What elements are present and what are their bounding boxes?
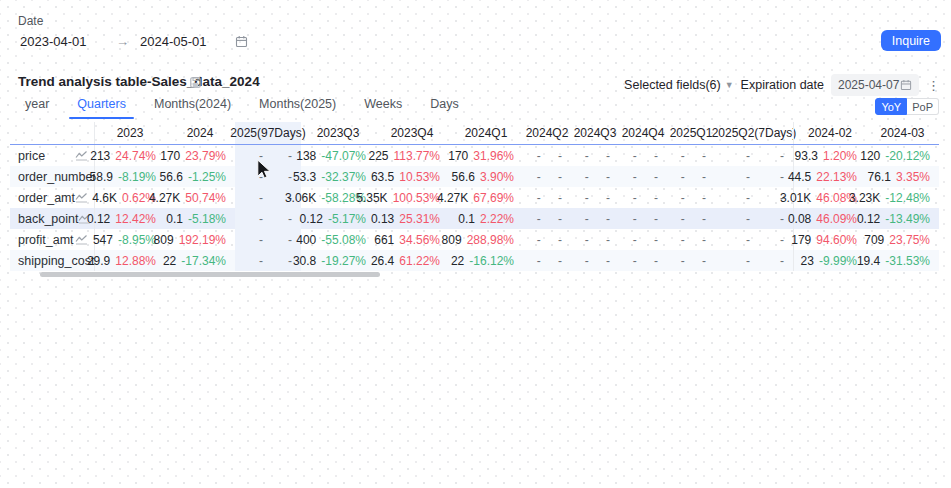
value-cell[interactable]: -- <box>523 166 571 187</box>
end-date-value[interactable]: 2024-05-01 <box>140 34 235 49</box>
value-cell[interactable]: -- <box>619 187 667 208</box>
value-cell[interactable]: -- <box>235 166 301 187</box>
column-header[interactable]: 2023Q4 <box>375 122 449 144</box>
tab-months-2025-[interactable]: Months(2025) <box>259 97 336 119</box>
calendar-icon[interactable] <box>235 35 248 48</box>
value-cell[interactable]: 0.1-5.18% <box>165 208 235 229</box>
value-cell[interactable]: -- <box>523 187 571 208</box>
column-header[interactable]: 2024Q3 <box>571 122 619 144</box>
column-header[interactable]: 2024 <box>165 122 235 144</box>
value-cell[interactable]: 70923.75% <box>866 229 939 250</box>
value-cell[interactable]: -- <box>235 229 301 250</box>
date-range-picker[interactable]: 2023-04-01 → 2024-05-01 <box>20 32 248 50</box>
value-cell[interactable]: 0.12-13.49% <box>866 208 939 229</box>
value-cell[interactable]: 63.510.53% <box>375 166 449 187</box>
value-cell[interactable]: -- <box>619 229 667 250</box>
tab-days[interactable]: Days <box>430 97 458 119</box>
column-header[interactable]: 2023 <box>95 122 165 144</box>
value-cell[interactable]: -- <box>667 187 715 208</box>
value-cell[interactable]: -- <box>715 250 793 271</box>
value-cell[interactable]: -- <box>667 208 715 229</box>
more-options-icon[interactable]: ⋮ <box>926 77 941 94</box>
value-cell[interactable]: 26.461.22% <box>375 250 449 271</box>
value-cell[interactable]: 29.912.88% <box>95 250 165 271</box>
column-header[interactable]: 2024-03 <box>866 122 939 144</box>
column-header[interactable]: 2024Q2 <box>523 122 571 144</box>
value-cell[interactable]: -- <box>619 166 667 187</box>
trend-chart-icon[interactable] <box>75 192 88 203</box>
toggle-pop[interactable]: PoP <box>907 98 939 115</box>
value-cell[interactable]: 0.1212.42% <box>95 208 165 229</box>
value-cell[interactable]: -- <box>571 208 619 229</box>
value-cell[interactable]: 56.6-1.25% <box>165 166 235 187</box>
value-cell[interactable]: 56.63.90% <box>449 166 523 187</box>
value-cell[interactable]: -- <box>619 145 667 166</box>
value-cell[interactable]: -- <box>523 229 571 250</box>
value-cell[interactable]: 53.3-32.37% <box>301 166 375 187</box>
value-cell[interactable]: 400-55.08% <box>301 229 375 250</box>
value-cell[interactable]: 76.13.35% <box>866 166 939 187</box>
column-header[interactable]: 2024Q1 <box>449 122 523 144</box>
value-cell[interactable]: 66134.56% <box>375 229 449 250</box>
value-cell[interactable]: 3.23K-12.48% <box>866 187 939 208</box>
value-cell[interactable]: -- <box>523 250 571 271</box>
value-cell[interactable]: 120-20.12% <box>866 145 939 166</box>
value-cell[interactable]: 4.27K67.69% <box>449 187 523 208</box>
tab-year[interactable]: year <box>25 97 49 119</box>
trend-chart-icon[interactable] <box>75 234 88 245</box>
save-icon[interactable] <box>190 77 201 88</box>
horizontal-scrollbar[interactable] <box>40 272 380 277</box>
value-cell[interactable]: 30.8-19.27% <box>301 250 375 271</box>
value-cell[interactable]: 17994.60% <box>793 229 866 250</box>
toggle-yoy[interactable]: YoY <box>875 98 907 115</box>
value-cell[interactable]: 225113.77% <box>375 145 449 166</box>
value-cell[interactable]: -- <box>571 145 619 166</box>
value-cell[interactable]: 4.27K50.74% <box>165 187 235 208</box>
value-cell[interactable]: -- <box>619 250 667 271</box>
value-cell[interactable]: -- <box>523 145 571 166</box>
tab-weeks[interactable]: Weeks <box>364 97 402 119</box>
value-cell[interactable]: -- <box>571 229 619 250</box>
value-cell[interactable]: 44.522.13% <box>793 166 866 187</box>
value-cell[interactable]: 93.31.20% <box>793 145 866 166</box>
value-cell[interactable]: 21324.74% <box>95 145 165 166</box>
value-cell[interactable]: -- <box>715 166 793 187</box>
value-cell[interactable]: -- <box>235 250 301 271</box>
value-cell[interactable]: 0.12-5.17% <box>301 208 375 229</box>
value-cell[interactable]: 23-9.99% <box>793 250 866 271</box>
value-cell[interactable]: -- <box>235 145 301 166</box>
value-cell[interactable]: -- <box>667 166 715 187</box>
column-header[interactable]: 2025Q1 <box>667 122 715 144</box>
value-cell[interactable]: 22-17.34% <box>165 250 235 271</box>
column-header[interactable]: 2024Q4 <box>619 122 667 144</box>
value-cell[interactable]: 19.4-31.53% <box>866 250 939 271</box>
value-cell[interactable]: -- <box>715 208 793 229</box>
value-cell[interactable]: 138-47.07% <box>301 145 375 166</box>
value-cell[interactable]: -- <box>715 229 793 250</box>
value-cell[interactable]: 58.9-8.19% <box>95 166 165 187</box>
start-date-value[interactable]: 2023-04-01 <box>20 34 116 49</box>
column-header[interactable]: 2025(97Days) <box>235 122 301 144</box>
value-cell[interactable]: -- <box>619 208 667 229</box>
value-cell[interactable]: -- <box>571 250 619 271</box>
value-cell[interactable]: -- <box>523 208 571 229</box>
value-cell[interactable]: 17023.79% <box>165 145 235 166</box>
selected-fields-dropdown[interactable]: Selected fields(6) ▼ <box>624 78 734 92</box>
expiration-date-picker[interactable]: 2025-04-07 <box>831 74 919 96</box>
column-header[interactable]: 2024-02 <box>793 122 866 144</box>
tab-quarters[interactable]: Quarters <box>77 97 126 119</box>
value-cell[interactable]: -- <box>571 187 619 208</box>
column-header[interactable]: 2023Q3 <box>301 122 375 144</box>
tab-months-2024-[interactable]: Months(2024) <box>154 97 231 119</box>
value-cell[interactable]: 0.0846.09% <box>793 208 866 229</box>
value-cell[interactable]: 17031.96% <box>449 145 523 166</box>
inquire-button[interactable]: Inquire <box>881 30 941 51</box>
value-cell[interactable]: 22-16.12% <box>449 250 523 271</box>
value-cell[interactable]: 0.1325.31% <box>375 208 449 229</box>
column-header[interactable]: 2025Q2(7Days) <box>715 122 793 144</box>
value-cell[interactable]: 0.12.22% <box>449 208 523 229</box>
value-cell[interactable]: 809288.98% <box>449 229 523 250</box>
value-cell[interactable]: -- <box>667 229 715 250</box>
value-cell[interactable]: -- <box>667 145 715 166</box>
value-cell[interactable]: 809192.19% <box>165 229 235 250</box>
